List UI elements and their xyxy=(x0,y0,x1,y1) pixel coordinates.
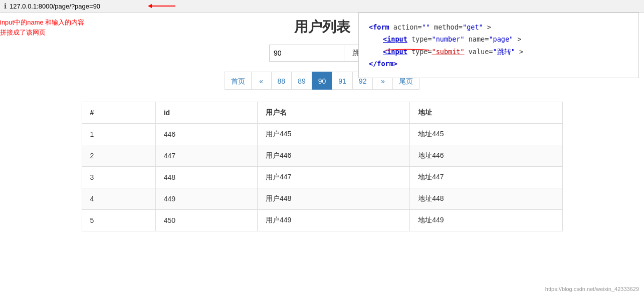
table-row: 3 448 用户447 地址447 xyxy=(82,167,562,188)
col-header-username: 用户名 xyxy=(257,102,409,124)
cell-address: 地址445 xyxy=(410,124,562,145)
underline-svg xyxy=(386,49,429,52)
page-90[interactable]: 90 xyxy=(312,72,332,90)
col-header-address: 地址 xyxy=(410,102,562,124)
annotation-block: input中的name 和输入的内容 拼接成了该网页 xyxy=(0,18,84,37)
cell-address: 地址447 xyxy=(410,167,562,188)
code-line-1: <form action="" method="get" > xyxy=(369,21,628,33)
cell-num: 4 xyxy=(82,188,155,210)
watermark: https://blog.csdn.net/weixin_42333629 xyxy=(545,286,639,292)
cell-id: 448 xyxy=(155,167,257,188)
url-text: 127.0.0.1:8000/page/?page=90 xyxy=(10,3,100,10)
cell-username: 用户447 xyxy=(257,167,409,188)
cell-num: 5 xyxy=(82,210,155,231)
page-jump-input[interactable] xyxy=(269,45,344,62)
cell-address: 地址449 xyxy=(410,210,562,231)
main-content: input中的name 和输入的内容 拼接成了该网页 <form action=… xyxy=(0,13,644,293)
address-bar: ℹ 127.0.0.1:8000/page/?page=90 xyxy=(0,0,644,13)
svg-marker-1 xyxy=(148,4,152,8)
page-88[interactable]: 88 xyxy=(271,72,292,90)
table-row: 2 447 用户446 地址446 xyxy=(82,145,562,167)
data-table: # id 用户名 地址 1 446 用户445 地址445 2 447 用户44… xyxy=(82,102,563,231)
table-row: 1 446 用户445 地址445 xyxy=(82,124,562,145)
page-89[interactable]: 89 xyxy=(291,72,312,90)
info-icon: ℹ xyxy=(4,2,7,10)
cell-num: 3 xyxy=(82,167,155,188)
table-header-row: # id 用户名 地址 xyxy=(82,102,562,124)
code-line-2: <input type="number" name="page" > xyxy=(383,33,628,45)
cell-username: 用户449 xyxy=(257,210,409,231)
col-header-num: # xyxy=(82,102,155,124)
col-header-id: id xyxy=(155,102,257,124)
table-row: 4 449 用户448 地址448 xyxy=(82,188,562,210)
cell-id: 447 xyxy=(155,145,257,167)
code-panel: <form action="" method="get" > <input ty… xyxy=(358,13,639,78)
cell-num: 1 xyxy=(82,124,155,145)
cell-address: 地址448 xyxy=(410,188,562,210)
cell-id: 450 xyxy=(155,210,257,231)
cell-id: 446 xyxy=(155,124,257,145)
cell-username: 用户445 xyxy=(257,124,409,145)
cell-num: 2 xyxy=(82,145,155,167)
url-arrow-svg xyxy=(148,1,178,11)
table-row: 5 450 用户449 地址449 xyxy=(82,210,562,231)
cell-address: 地址446 xyxy=(410,145,562,167)
page-first[interactable]: 首页 xyxy=(225,72,251,90)
code-form-tag: <form xyxy=(369,23,389,31)
annotation-line2: 拼接成了该网页 xyxy=(0,28,84,38)
annotation-line1: input中的name 和输入的内容 xyxy=(0,18,84,28)
cell-username: 用户446 xyxy=(257,145,409,167)
page-prev[interactable]: « xyxy=(251,72,271,90)
page-91[interactable]: 91 xyxy=(332,72,352,90)
cell-username: 用户448 xyxy=(257,188,409,210)
cell-id: 449 xyxy=(155,188,257,210)
code-line-4: </form> xyxy=(369,58,628,70)
